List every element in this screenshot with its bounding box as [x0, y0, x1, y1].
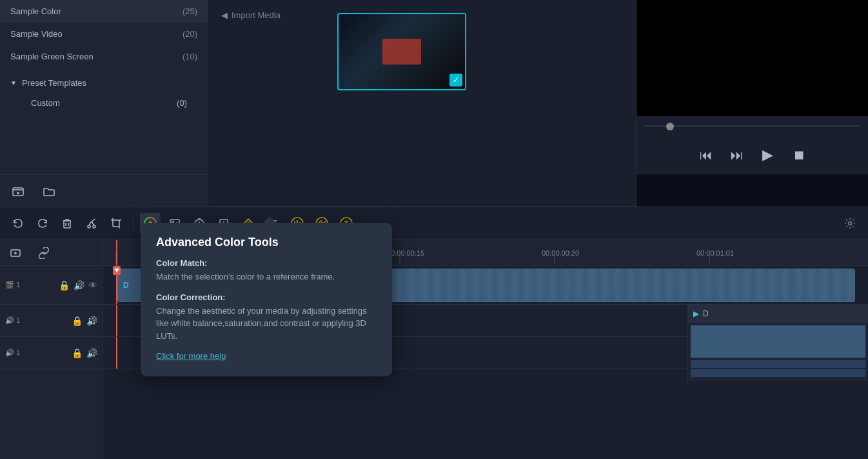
audio-icon-2: 🔊 — [86, 316, 97, 326]
svg-line-7 — [92, 221, 94, 225]
sample-color-count: (25) — [182, 6, 197, 16]
separator-1 — [133, 216, 133, 231]
lock-icon-audio: 🔒 — [72, 316, 83, 326]
folder-button[interactable] — [39, 181, 59, 201]
custom-count: (0) — [177, 98, 187, 108]
clip-right-play-icon: ▶ — [693, 309, 699, 318]
sample-green-screen-item[interactable]: Sample Green Screen (10) — [0, 45, 208, 68]
media-thumbnail[interactable]: ✓ D — [337, 13, 466, 90]
eye-icon: 👁 — [88, 280, 97, 291]
preset-templates-header[interactable]: ▼ Preset Templates — [10, 73, 197, 93]
preview-slider[interactable] — [636, 116, 868, 136]
import-media-button[interactable]: ◀ Import Media — [216, 8, 286, 23]
new-folder-button[interactable] — [8, 181, 28, 201]
sample-green-screen-count: (10) — [182, 52, 197, 61]
left-panel: Sample Color (25) Sample Video (20) Samp… — [0, 0, 208, 174]
bottom-left-toolbar — [0, 174, 208, 207]
help-link[interactable]: Click for more help — [156, 351, 226, 361]
crop-button[interactable] — [106, 213, 126, 234]
advanced-color-tools-tooltip: Advanced Color Tools Color Match: Match … — [141, 223, 392, 376]
sample-color-label: Sample Color — [10, 6, 61, 16]
media-area: ◀ Import Media ✓ D — [208, 0, 636, 207]
svg-line-8 — [92, 219, 95, 221]
step-back-button[interactable]: ⏮ — [696, 145, 716, 165]
playhead-audio-2 — [116, 337, 117, 369]
audio-track-label-1: 🔊 1 🔒 🔊 — [0, 305, 103, 337]
custom-preset-item[interactable]: Custom (0) — [10, 93, 197, 113]
track-labels-panel: 🎬 1 🔒 🔊 👁 🔊 1 🔒 🔊 🔊 1 🔒 🔊 — [0, 240, 103, 459]
main-toolbar: T — [0, 207, 868, 240]
audio-track-label-2: 🔊 1 🔒 🔊 — [0, 337, 103, 369]
import-label: Import Media — [232, 10, 281, 20]
clip-label: D — [118, 278, 134, 292]
redo-button[interactable] — [32, 213, 53, 234]
clip-right-audio-1 — [691, 360, 865, 368]
svg-point-44 — [849, 222, 852, 225]
playhead-audio-1 — [116, 305, 117, 336]
color-correction-title: Color Correction: — [156, 292, 377, 302]
tooltip-title: Advanced Color Tools — [156, 236, 377, 249]
clip-right-audio-2 — [691, 369, 865, 377]
import-icon: ◀ — [221, 10, 228, 20]
sample-green-screen-label: Sample Green Screen — [10, 52, 94, 61]
tooltip-arrow — [263, 216, 276, 223]
delete-button[interactable] — [57, 213, 77, 234]
color-correction-text: Change the aesthetic of your media by ad… — [156, 305, 377, 343]
sample-color-item[interactable]: Sample Color (25) — [0, 0, 208, 23]
slider-track — [644, 125, 860, 127]
preset-section: ▼ Preset Templates Custom (0) — [0, 68, 208, 118]
svg-line-6 — [89, 221, 92, 225]
add-track-button[interactable] — [5, 243, 26, 263]
settings-button[interactable] — [840, 213, 860, 234]
sample-video-item[interactable]: Sample Video (20) — [0, 23, 208, 45]
video-track-icon: 🎬 1 — [5, 281, 20, 289]
audio-icon-1: 🔊 — [74, 280, 84, 291]
timeline-clip-right-panel: ▶ D — [687, 304, 868, 382]
collapse-icon: ▼ — [10, 79, 17, 87]
audio-track-icon-1: 🔊 1 — [5, 316, 20, 325]
video-track-label: 🎬 1 🔒 🔊 👁 — [0, 266, 103, 305]
undo-button[interactable] — [8, 213, 28, 234]
preview-video — [636, 0, 868, 116]
lock-icon: 🔒 — [59, 280, 70, 291]
clip-right-header: ▶ D — [688, 305, 868, 323]
slider-thumb[interactable] — [666, 123, 674, 130]
preview-controls: ⏮ ⏭ ▶ ⏹ — [636, 136, 868, 174]
preset-templates-label: Preset Templates — [22, 78, 86, 88]
play-button[interactable]: ▶ — [758, 145, 778, 165]
preview-panel: ⏮ ⏭ ▶ ⏹ — [636, 0, 868, 207]
step-forward-button[interactable]: ⏭ — [727, 145, 747, 165]
cut-button[interactable] — [81, 213, 102, 234]
color-match-title: Color Match: — [156, 258, 377, 268]
svg-rect-9 — [113, 220, 119, 227]
clip-right-label: D — [703, 309, 709, 318]
clip-right-video — [691, 325, 865, 358]
audio-icon-3: 🔊 — [86, 348, 97, 358]
svg-point-4 — [88, 225, 90, 228]
custom-label: Custom — [31, 98, 60, 108]
audio-track-icon-2: 🔊 1 — [5, 349, 20, 357]
sample-video-count: (20) — [182, 29, 197, 39]
sample-video-label: Sample Video — [10, 29, 63, 39]
stop-button[interactable]: ⏹ — [789, 145, 809, 165]
link-button[interactable] — [34, 243, 54, 263]
svg-rect-1 — [64, 221, 70, 228]
playhead-video — [116, 266, 117, 304]
playhead-indicator — [116, 240, 117, 265]
thumb-check-icon: ✓ — [449, 74, 462, 87]
lock-icon-audio-2: 🔒 — [72, 348, 83, 358]
svg-point-5 — [93, 225, 95, 228]
color-match-text: Match the selection's color to a referen… — [156, 270, 377, 283]
